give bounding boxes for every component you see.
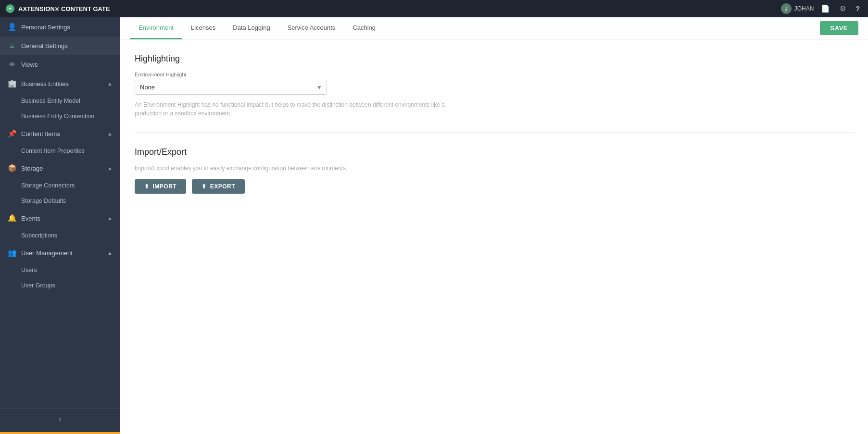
content-items-icon: 📌: [8, 129, 16, 138]
sidebar-label-personal-settings: Personal Settings: [21, 24, 113, 31]
chevron-left-icon: ‹: [59, 415, 61, 423]
chevron-up-icon-content: ▲: [107, 131, 113, 136]
sidebar-item-user-management[interactable]: 👥 User Management ▲: [0, 243, 120, 262]
document-icon-button[interactable]: 📄: [818, 3, 832, 14]
save-button[interactable]: SAVE: [820, 21, 858, 35]
sidebar-label-storage: Storage: [21, 165, 102, 172]
sidebar-item-general-settings[interactable]: ≡ General Settings: [0, 37, 120, 55]
app-logo: ✦: [6, 4, 14, 13]
sidebar-label-events: Events: [21, 215, 102, 222]
tab-caching[interactable]: Caching: [344, 17, 384, 39]
sidebar-item-subscriptions[interactable]: Subscriptions: [0, 228, 120, 243]
chevron-up-icon-events: ▲: [107, 215, 113, 221]
chevron-up-icon-user-management: ▲: [107, 250, 113, 256]
sidebar-label-user-management: User Management: [21, 249, 102, 257]
sidebar-label-business-entities: Business Entities: [21, 80, 102, 87]
tab-data-logging-label: Data Logging: [233, 24, 270, 31]
import-label: IMPORT: [153, 183, 177, 190]
events-icon: 🔔: [8, 214, 16, 223]
sidebar-item-content-items[interactable]: 📌 Content Items ▲: [0, 124, 120, 143]
highlighting-title: Highlighting: [135, 54, 854, 64]
chevron-up-icon: ▲: [107, 81, 113, 87]
user-management-icon: 👥: [8, 248, 16, 257]
sidebar-label-views: Views: [21, 61, 113, 68]
document-icon: 📄: [821, 4, 830, 13]
sidebar-item-user-groups[interactable]: User Groups: [0, 278, 120, 293]
app-layout: 👤 Personal Settings ≡ General Settings 👁…: [0, 17, 868, 434]
sidebar-label-content-item-properties: Content Item Properties: [21, 148, 85, 154]
gear-icon-button[interactable]: ⚙: [837, 3, 848, 14]
sidebar-item-storage[interactable]: 📦 Storage ▲: [0, 159, 120, 178]
tab-data-logging[interactable]: Data Logging: [224, 17, 278, 39]
chevron-up-icon-storage: ▲: [107, 165, 113, 171]
storage-icon: 📦: [8, 164, 16, 173]
sidebar-label-users: Users: [21, 267, 37, 273]
highlight-hint-text: An Environment Highlight has no function…: [135, 100, 471, 118]
tab-service-accounts[interactable]: Service Accounts: [279, 17, 344, 39]
action-buttons: ⬆ IMPORT ⬆ EXPORT: [135, 179, 854, 194]
sidebar: 👤 Personal Settings ≡ General Settings 👁…: [0, 17, 120, 434]
export-button[interactable]: ⬆ EXPORT: [192, 179, 245, 194]
top-header: ✦ AXTENSION® CONTENT GATE J JOHAN 📄 ⚙ ?: [0, 0, 868, 17]
user-info: J JOHAN: [781, 3, 814, 14]
help-icon: ?: [855, 5, 860, 12]
sidebar-item-storage-defaults[interactable]: Storage Defaults: [0, 193, 120, 209]
main-content: Environment Licenses Data Logging Servic…: [120, 17, 868, 434]
sidebar-label-storage-defaults: Storage Defaults: [21, 198, 66, 204]
sidebar-item-content-item-properties[interactable]: Content Item Properties: [0, 143, 120, 159]
gear-icon: ⚙: [840, 4, 846, 13]
person-icon: 👤: [8, 23, 16, 31]
sidebar-item-business-entities[interactable]: 🏢 Business Entities ▲: [0, 74, 120, 93]
sidebar-item-personal-settings[interactable]: 👤 Personal Settings: [0, 17, 120, 37]
import-icon: ⬆: [144, 183, 150, 190]
business-entities-icon: 🏢: [8, 79, 16, 88]
environment-highlight-select[interactable]: None Production Sandbox Test Development: [135, 80, 327, 95]
export-icon: ⬆: [201, 183, 207, 190]
sidebar-item-business-entity-connection[interactable]: Business Entity Connection: [0, 109, 120, 124]
environment-highlight-label: Environment Highlight: [135, 72, 854, 77]
sidebar-item-storage-connectors[interactable]: Storage Connectors: [0, 178, 120, 193]
header-actions: J JOHAN 📄 ⚙ ?: [781, 3, 862, 14]
sidebar-label-general-settings: General Settings: [21, 42, 113, 50]
import-button[interactable]: ⬆ IMPORT: [135, 179, 186, 194]
sidebar-collapse-button[interactable]: ‹: [0, 409, 120, 429]
sidebar-item-users[interactable]: Users: [0, 262, 120, 278]
user-name: JOHAN: [794, 5, 814, 12]
sidebar-label-user-groups: User Groups: [21, 282, 55, 289]
sidebar-label-storage-connectors: Storage Connectors: [21, 182, 75, 189]
tab-licenses[interactable]: Licenses: [182, 17, 224, 39]
export-label: EXPORT: [210, 183, 235, 190]
tab-caching-label: Caching: [352, 24, 376, 31]
sidebar-item-views[interactable]: 👁 Views: [0, 55, 120, 74]
sidebar-label-subscriptions: Subscriptions: [21, 232, 57, 239]
sidebar-label-business-entity-connection: Business Entity Connection: [21, 113, 94, 120]
avatar: J: [781, 3, 792, 14]
sidebar-label-business-entity-model: Business Entity Model: [21, 98, 80, 104]
sidebar-item-business-entity-model[interactable]: Business Entity Model: [0, 93, 120, 109]
sidebar-item-events[interactable]: 🔔 Events ▲: [0, 209, 120, 228]
help-icon-button[interactable]: ?: [853, 4, 862, 13]
import-export-description: Import/Export enables you to easily exch…: [135, 165, 423, 172]
app-title-area: ✦ AXTENSION® CONTENT GATE: [6, 4, 110, 13]
tabs-bar: Environment Licenses Data Logging Servic…: [120, 17, 868, 39]
app-title: AXTENSION® CONTENT GATE: [18, 5, 110, 12]
import-export-title: Import/Export: [135, 147, 854, 157]
page-area: Highlighting Environment Highlight None …: [120, 39, 868, 434]
tab-environment[interactable]: Environment: [130, 17, 182, 39]
tab-licenses-label: Licenses: [191, 24, 215, 31]
section-divider: [135, 132, 854, 133]
sidebar-label-content-items: Content Items: [21, 130, 102, 137]
tab-environment-label: Environment: [138, 24, 174, 31]
bottom-bar: [0, 432, 120, 434]
views-icon: 👁: [8, 61, 16, 69]
environment-highlight-select-wrapper: None Production Sandbox Test Development…: [135, 80, 327, 95]
tab-service-accounts-label: Service Accounts: [288, 24, 336, 31]
sliders-icon: ≡: [8, 42, 16, 50]
